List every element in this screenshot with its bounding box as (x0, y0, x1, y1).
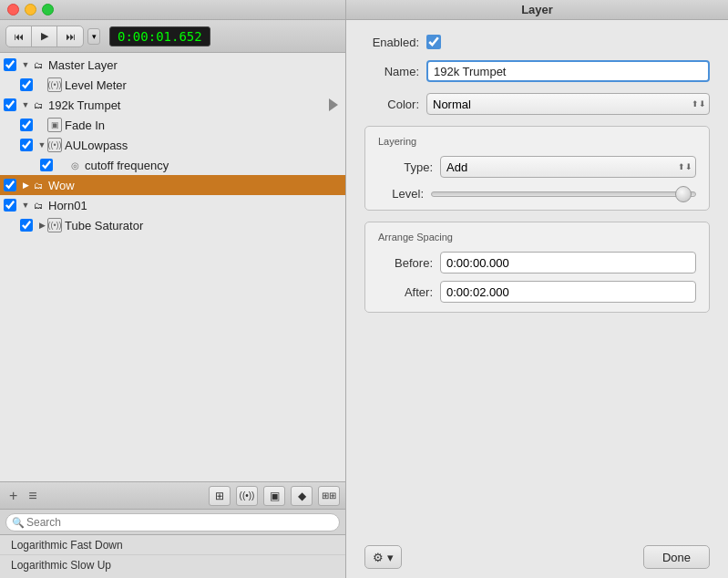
level-row: Level: (378, 187, 696, 201)
expand-arrow-master-layer[interactable]: ▼ (20, 59, 31, 70)
layer-checkbox-192k-trumpet[interactable] (4, 98, 16, 111)
folder-icon-192k-trumpet: 🗂 (31, 98, 46, 112)
expand-arrow-wow[interactable]: ▶ (20, 180, 31, 191)
dialog-title: Layer (346, 0, 728, 20)
knob-icon-cutoff: ◎ (67, 158, 82, 172)
layer-item-wow[interactable]: ▶ 🗂 Wow (0, 175, 345, 195)
title-bar (0, 0, 345, 20)
minimize-button[interactable] (25, 4, 36, 15)
list-menu-button[interactable]: ≡ (25, 488, 40, 504)
dialog-body: Enabled: Name: Color: Normal Red Orange … (346, 20, 728, 327)
name-row: Name: (364, 60, 710, 82)
color-row: Color: Normal Red Orange Yellow Green Bl… (364, 93, 710, 115)
layer-name-horn01: Horn01 (48, 199, 87, 212)
folder-icon-wow: 🗂 (31, 178, 46, 192)
name-input[interactable] (426, 60, 710, 82)
layer-dialog: Layer Enabled: Name: Color: Normal Red O… (346, 0, 728, 578)
layer-checkbox-wow[interactable] (4, 179, 16, 191)
color-select[interactable]: Normal Red Orange Yellow Green Blue (426, 93, 710, 115)
tiles-icon-button[interactable]: ⊞⊞ (318, 486, 340, 506)
layer-name-fade-in: Fade In (65, 119, 105, 132)
layer-item-cutoff-frequency[interactable]: ▶ ◎ cutoff frequency (0, 155, 345, 175)
gear-dropdown-arrow: ▾ (387, 551, 394, 564)
level-slider-track[interactable] (431, 191, 696, 197)
layer-item-master-layer[interactable]: ▼ 🗂 Master Layer (0, 55, 345, 75)
arrange-spacing-title: Arrange Spacing (378, 232, 696, 243)
after-row: After: (378, 281, 696, 303)
layer-checkbox-tube-saturator[interactable] (20, 219, 33, 232)
wave-icon-aulowpass: ((•)) (47, 138, 62, 152)
color-label: Color: (364, 98, 419, 111)
layer-name-level-meter: Level Meter (65, 78, 127, 92)
rewind-button[interactable]: ⏮ (6, 26, 32, 46)
gear-button[interactable]: ⚙ ▾ (364, 545, 402, 569)
search-bar: 🔍 (0, 509, 345, 534)
wave-icon-button[interactable]: ((•)) (236, 486, 258, 506)
layer-item-aulowpass[interactable]: ▼ ((•)) AULowpass (0, 135, 345, 155)
color-select-wrap: Normal Red Orange Yellow Green Blue ⬆⬇ (426, 93, 710, 115)
layer-name-tube-saturator: Tube Saturator (65, 219, 143, 232)
layer-item-tube-saturator[interactable]: ▶ ((•)) Tube Saturator (0, 215, 345, 235)
layer-name-aulowpass: AULowpass (65, 139, 128, 152)
forward-button[interactable]: ⏭ (57, 26, 83, 46)
layering-title: Layering (378, 136, 696, 147)
maximize-button[interactable] (42, 4, 54, 15)
preset-item-log-fast-down[interactable]: Logarithmic Fast Down (0, 535, 345, 555)
grid-icon-button[interactable]: ⊞ (209, 486, 231, 506)
before-label: Before: (378, 256, 433, 270)
level-label: Level: (378, 187, 424, 201)
enabled-row: Enabled: (364, 35, 710, 49)
diamond-icon-button[interactable]: ◆ (291, 486, 313, 506)
type-row: Type: Add Multiply Screen Overlay Normal… (378, 156, 696, 178)
transport-dropdown[interactable]: ▾ (87, 28, 100, 45)
type-label: Type: (378, 160, 433, 174)
layer-checkbox-master-layer[interactable] (4, 58, 16, 71)
layer-item-fade-in[interactable]: ▶ ▣ Fade In (0, 115, 345, 135)
enabled-label: Enabled: (364, 36, 419, 49)
play-button[interactable]: ▶ (32, 26, 57, 46)
preset-item-log-slow-up[interactable]: Logarithmic Slow Up (0, 555, 345, 575)
done-button[interactable]: Done (643, 545, 710, 569)
clip-icon-fade-in: ▣ (47, 118, 62, 132)
layer-name-wow: Wow (48, 179, 75, 192)
after-label: After: (378, 285, 433, 299)
time-display: 0:00:01.652 (109, 26, 210, 46)
type-select[interactable]: Add Multiply Screen Overlay Normal (440, 156, 696, 178)
folder-icon-horn01: 🗂 (31, 198, 46, 212)
search-input[interactable] (5, 513, 340, 532)
close-button[interactable] (7, 4, 19, 15)
add-layer-button[interactable]: + (5, 488, 21, 504)
layer-name-cutoff-frequency: cutoff frequency (85, 159, 169, 172)
left-panel: ⏮ ▶ ⏭ ▾ 0:00:01.652 ▼ 🗂 Master Layer ▶ (… (0, 0, 346, 578)
level-slider-thumb[interactable] (675, 186, 692, 202)
name-label: Name: (364, 65, 419, 78)
layer-checkbox-horn01[interactable] (4, 199, 16, 212)
before-input[interactable] (440, 252, 696, 274)
layer-name-master-layer: Master Layer (48, 58, 118, 72)
expand-arrow-192k-trumpet[interactable]: ▼ (20, 99, 31, 110)
layer-checkbox-level-meter[interactable] (20, 78, 33, 91)
expand-arrow-horn01[interactable]: ▼ (20, 200, 31, 211)
search-wrap: 🔍 (5, 513, 340, 532)
box-icon-button[interactable]: ▣ (263, 486, 285, 506)
enabled-checkbox[interactable] (426, 35, 441, 49)
layer-item-level-meter[interactable]: ▶ ((•)) Level Meter (0, 75, 345, 95)
layer-item-192k-trumpet[interactable]: ▼ 🗂 192k Trumpet (0, 95, 345, 115)
layer-checkbox-fade-in[interactable] (20, 119, 33, 131)
bottom-icons: ⊞ ((•)) ▣ ◆ ⊞⊞ (209, 486, 340, 506)
arrange-spacing-section: Arrange Spacing Before: After: (364, 222, 710, 313)
layer-item-horn01[interactable]: ▼ 🗂 Horn01 (0, 195, 345, 215)
preset-list: Logarithmic Fast Down Logarithmic Slow U… (0, 534, 345, 578)
layer-checkbox-aulowpass[interactable] (20, 139, 33, 151)
after-input[interactable] (440, 281, 696, 303)
folder-icon-master-layer: 🗂 (31, 57, 46, 72)
expand-arrow-tube-saturator[interactable]: ▶ (36, 220, 47, 231)
bottom-toolbar: + ≡ ⊞ ((•)) ▣ ◆ ⊞⊞ (0, 481, 345, 509)
wave-icon-tube-saturator: ((•)) (47, 218, 62, 232)
layer-checkbox-cutoff-frequency[interactable] (40, 159, 53, 171)
play-indicator-192k-trumpet (329, 98, 342, 111)
expand-arrow-aulowpass[interactable]: ▼ (36, 139, 47, 150)
wave-icon-level-meter: ((•)) (47, 77, 62, 92)
transport-toolbar: ⏮ ▶ ⏭ ▾ 0:00:01.652 (0, 20, 345, 53)
layer-name-192k-trumpet: 192k Trumpet (48, 98, 121, 112)
